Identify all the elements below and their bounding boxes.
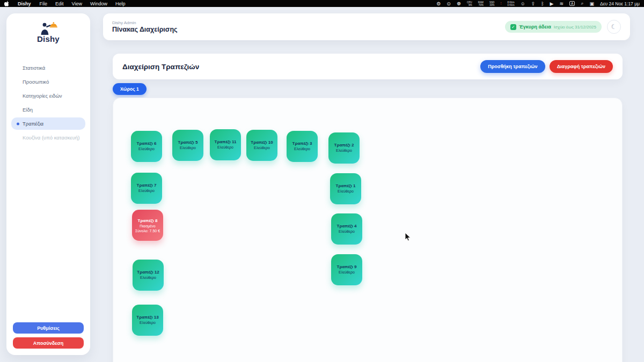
search-icon[interactable]: ⌕ (581, 1, 583, 6)
play-icon[interactable]: ▶ (550, 1, 554, 6)
sidebar-item-label: Κουζίνα (υπό κατασκευή) (23, 135, 79, 141)
sidebar-item-statistics[interactable]: Στατιστικά (11, 62, 85, 74)
license-expiry-label: Ισχύει έως 31/12/2025 (554, 25, 596, 29)
Τραπέζι 7[interactable]: Τραπέζι 7 Ελεύθερο (131, 173, 162, 204)
dark-mode-toggle[interactable]: ☾ (607, 20, 621, 34)
space-tab[interactable]: Χώρος 1 (113, 83, 147, 95)
table-name: Τραπέζι 6 (137, 141, 157, 146)
table-name: Τραπέζι 5 (178, 140, 198, 145)
sidebar-item-items[interactable]: Είδη (11, 104, 85, 116)
menubar-menu-item[interactable]: Window (90, 1, 107, 6)
table-status: Ελεύθερο (140, 276, 156, 279)
ssd-meter[interactable]: SSD 33% (489, 1, 494, 6)
upload-icon[interactable]: ⇪ (531, 1, 536, 6)
table-status: Πιασμένο (140, 224, 156, 228)
sidebar-item-categories[interactable]: Κατηγορίες ειδών (11, 90, 85, 102)
table-total: Σύνολο: 7.50 € (135, 229, 160, 233)
sidebar-item-label: Τραπέζια (23, 121, 43, 127)
sidebar-item-label: Κατηγορίες ειδών (23, 93, 62, 99)
floor-canvas[interactable]: Τραπέζι 6 Ελεύθερο Τραπέζι 5 Ελεύθερο Τρ… (113, 98, 623, 362)
table-name: Τραπέζι 4 (337, 224, 357, 228)
table-status: Ελεύθερο (338, 189, 354, 193)
table-status: Ελεύθερο (138, 147, 155, 151)
table-status: Ελεύθερο (138, 189, 155, 193)
table-name: Τραπέζι 10 (251, 140, 273, 145)
Τραπέζι 11[interactable]: Τραπέζι 11 Ελεύθερο (210, 129, 241, 160)
Τραπέζι 4[interactable]: Τραπέζι 4 Ελεύθερο (331, 213, 362, 245)
dishy-logo: Dishy (6, 13, 90, 43)
table-status: Ελεύθερο (254, 146, 270, 150)
table-name: Τραπέζι 11 (215, 139, 237, 144)
table-status: Ελεύθερο (339, 230, 355, 233)
table-status: Ελεύθερο (140, 321, 156, 324)
cpu-meter[interactable]: CPU 9% (467, 1, 472, 6)
table-name: Τραπέζι 9 (337, 264, 357, 269)
table-name: Τραπέζι 1 (336, 183, 356, 188)
menubar-menu-item[interactable]: View (72, 1, 82, 6)
table-name: Τραπέζι 3 (292, 141, 312, 146)
Τραπέζι 5[interactable]: Τραπέζι 5 Ελεύθερο (172, 130, 203, 161)
section-title: Διαχείριση Τραπεζιών (122, 63, 199, 71)
section-header: Διαχείριση Τραπεζιών Προσθήκη τραπεζιών … (113, 54, 623, 79)
bluetooth-icon[interactable]: ᛒ (541, 1, 544, 6)
face-icon[interactable]: ☺ (520, 1, 525, 6)
table-name: Τραπέζι 2 (334, 143, 354, 147)
Τραπέζι 13[interactable]: Τραπέζι 13 Ελεύθερο (132, 305, 163, 336)
table-name: Τραπέζι 8 (138, 218, 158, 223)
table-status: Ελεύθερο (217, 145, 233, 149)
app-window: Dishy Στατιστικά Προσωπικό Κατηγορίες ει… (0, 7, 644, 362)
dishy-logo-text: Dishy (37, 34, 60, 43)
window-manager-icon[interactable]: ▣ (589, 1, 594, 6)
table-status: Ελεύθερο (180, 146, 196, 150)
Τραπέζι 1[interactable]: Τραπέζι 1 Ελεύθερο (330, 173, 361, 204)
menubar-menu-item[interactable]: File (40, 1, 48, 6)
sidebar-item-staff[interactable]: Προσωπικό (11, 76, 85, 88)
Τραπέζι 12[interactable]: Τραπέζι 12 Ελεύθερο (133, 260, 164, 291)
delete-tables-button[interactable]: Διαγραφή τραπεζιών (550, 60, 613, 73)
sidebar-item-label: Είδη (23, 107, 33, 113)
network-speed-meter[interactable]: 8 Kb/s 0 Kb/s (507, 1, 514, 6)
Τραπέζι 3[interactable]: Τραπέζι 3 Ελεύθερο (287, 131, 318, 162)
apple-logo-icon[interactable] (4, 1, 9, 6)
settings-button[interactable]: Ρυθμίσεις (13, 322, 84, 334)
macos-menubar: Dishy File Edit View Window Help ⚙ ⊙ ☸ C… (0, 0, 644, 7)
menubar-app-name[interactable]: Dishy (18, 1, 31, 6)
menubar-menu-item[interactable]: Help (115, 1, 126, 6)
table-name: Τραπέζι 7 (137, 183, 157, 188)
add-tables-button[interactable]: Προσθήκη τραπεζιών (480, 60, 545, 73)
logout-button[interactable]: Αποσύνδεση (13, 337, 84, 349)
active-dot-icon (17, 122, 19, 125)
app-title: Dishy Admin (112, 20, 178, 25)
table-status: Ελεύθερο (294, 147, 310, 151)
Τραπέζι 10[interactable]: Τραπέζι 10 Ελεύθερο (246, 130, 277, 161)
page-title: Πίνακας Διαχείρισης (112, 26, 178, 33)
table-name: Τραπέζι 12 (137, 270, 159, 275)
Τραπέζι 6[interactable]: Τραπέζι 6 Ελεύθερο (131, 131, 162, 162)
license-status-label: Έγκυρη άδεια (519, 24, 551, 29)
menubar-clock[interactable]: Δευ 24 Νοε 1:17 μμ (600, 1, 640, 6)
table-name: Τραπέζι 13 (136, 315, 158, 320)
gear-circle-icon[interactable]: ☸ (457, 1, 461, 6)
table-status: Ελεύθερο (339, 270, 355, 274)
table-status: Ελεύθερο (336, 149, 352, 152)
menubar-menu-item[interactable]: Edit (55, 1, 64, 6)
moon-icon: ☾ (611, 23, 617, 31)
settings-gear-icon[interactable]: ⚙ (436, 1, 441, 6)
notification-dots-icon[interactable]: ∶ (500, 1, 501, 6)
sidebar: Dishy Στατιστικά Προσωπικό Κατηγορίες ει… (6, 13, 90, 355)
Τραπέζι 9[interactable]: Τραπέζι 9 Ελεύθερο (331, 254, 362, 285)
Τραπέζι 2[interactable]: Τραπέζι 2 Ελεύθερο (328, 132, 360, 164)
Τραπέζι 8[interactable]: Τραπέζι 8 Πιασμένο Σύνολο: 7.50 € (132, 210, 163, 241)
check-icon: ✓ (510, 24, 516, 30)
wifi-icon[interactable]: ≋ (560, 1, 564, 6)
utility-icon[interactable]: ⊙ (447, 1, 451, 6)
sidebar-item-kitchen[interactable]: Κουζίνα (υπό κατασκευή) (11, 131, 85, 144)
page-header: Dishy Admin Πίνακας Διαχείρισης ✓ Έγκυρη… (103, 13, 630, 40)
license-badge: ✓ Έγκυρη άδεια Ισχύει έως 31/12/2025 (505, 21, 602, 33)
ram-meter[interactable]: RAM 70% (478, 1, 484, 6)
sidebar-item-tables[interactable]: Τραπέζια (11, 117, 85, 130)
sidebar-item-label: Στατιστικά (23, 65, 45, 71)
input-source-icon[interactable]: A (569, 1, 575, 6)
sidebar-item-label: Προσωπικό (23, 79, 49, 85)
